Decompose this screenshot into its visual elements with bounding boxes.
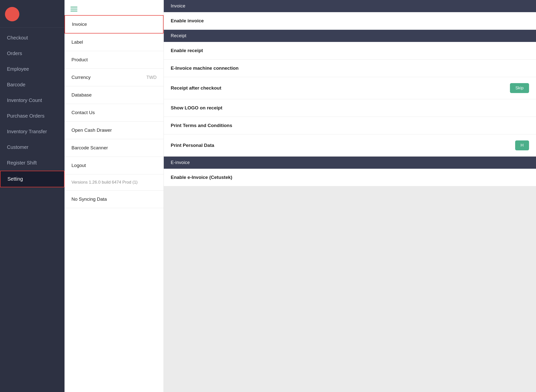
right-panel: InvoiceEnable invoiceReceiptEnable recei…: [164, 0, 536, 392]
setting-label-enable-receipt: Enable receipt: [171, 48, 203, 53]
sidebar-item-purchase-orders[interactable]: Purchase Orders: [0, 108, 65, 124]
menu-item-label: Invoice: [72, 22, 87, 27]
section-header-receipt-section: Receipt: [164, 30, 536, 42]
setting-label-enable-e-invoice: Enable e-Invoice (Cetustek): [171, 175, 232, 180]
toggle-btn-print-personal-data[interactable]: H: [515, 140, 529, 150]
avatar: [5, 7, 19, 21]
menu-item-label: Database: [71, 92, 92, 98]
setting-label-print-personal-data: Print Personal Data: [171, 143, 214, 148]
setting-row-enable-invoice[interactable]: Enable invoice: [164, 12, 536, 30]
menu-item-label: Barcode Scanner: [71, 145, 108, 151]
right-sections: InvoiceEnable invoiceReceiptEnable recei…: [164, 0, 536, 186]
sidebar-item-employee[interactable]: Employee: [0, 61, 65, 77]
setting-row-enable-receipt[interactable]: Enable receipt: [164, 42, 536, 60]
menu-item-database[interactable]: Database: [65, 86, 164, 104]
setting-label-receipt-after-checkout: Receipt after checkout: [171, 85, 221, 91]
menu-item-label: Logout: [71, 163, 86, 168]
menu-item-label[interactable]: Label: [65, 33, 164, 51]
setting-label-enable-invoice: Enable invoice: [171, 18, 204, 24]
toggle-btn-receipt-after-checkout[interactable]: Skip: [510, 83, 529, 93]
menu-item-logout[interactable]: Logout: [65, 157, 164, 174]
setting-row-print-terms[interactable]: Print Terms and Conditions: [164, 117, 536, 134]
menu-item-barcode-scanner[interactable]: Barcode Scanner: [65, 139, 164, 157]
sidebar-item-barcode[interactable]: Barcode: [0, 77, 65, 93]
section-header-e-invoice-section: E-invoice: [164, 157, 536, 169]
menu-item-label: Product: [71, 57, 88, 63]
setting-row-print-personal-data: Print Personal DataH: [164, 134, 536, 157]
menu-item-product[interactable]: Product: [65, 51, 164, 69]
middle-menu: InvoiceLabelProductCurrencyTWDDatabaseCo…: [65, 15, 164, 208]
menu-item-invoice[interactable]: Invoice: [65, 15, 164, 33]
setting-row-receipt-after-checkout: Receipt after checkoutSkip: [164, 77, 536, 99]
sidebar-nav: CheckoutOrdersEmployeeBarcodeInventory C…: [0, 28, 65, 392]
sidebar: CheckoutOrdersEmployeeBarcodeInventory C…: [0, 0, 65, 392]
middle-panel: InvoiceLabelProductCurrencyTWDDatabaseCo…: [65, 0, 164, 392]
menu-item-contact-us[interactable]: Contact Us: [65, 104, 164, 122]
version-info: Versions 1.26.0 build 6474 Prod (1): [65, 174, 164, 191]
menu-item-label: Currency: [71, 75, 91, 80]
menu-item-label: Contact Us: [71, 110, 95, 115]
setting-row-e-invoice-machine[interactable]: E-Invoice machine connection: [164, 60, 536, 77]
setting-label-show-logo: Show LOGO on receipt: [171, 105, 222, 111]
hamburger-line-3: [70, 11, 77, 11]
sidebar-item-register-shift[interactable]: Register Shift: [0, 155, 65, 171]
setting-label-e-invoice-machine: E-Invoice machine connection: [171, 65, 238, 71]
sidebar-item-inventory-transfer[interactable]: Inventory Transfer: [0, 124, 65, 139]
sidebar-header: [0, 0, 65, 28]
setting-row-show-logo[interactable]: Show LOGO on receipt: [164, 99, 536, 117]
gray-section: [164, 186, 536, 392]
section-header-invoice-section: Invoice: [164, 0, 536, 12]
sidebar-item-setting[interactable]: Setting: [0, 171, 65, 187]
hamburger-line-1: [70, 7, 77, 7]
menu-item-value: TWD: [146, 75, 157, 80]
menu-item-currency[interactable]: CurrencyTWD: [65, 69, 164, 86]
setting-label-print-terms: Print Terms and Conditions: [171, 123, 232, 128]
no-syncing-item: No Syncing Data: [65, 191, 164, 208]
menu-item-label: Label: [71, 39, 83, 45]
sidebar-item-orders[interactable]: Orders: [0, 46, 65, 61]
sidebar-item-customer[interactable]: Customer: [0, 139, 65, 155]
sidebar-item-checkout[interactable]: Checkout: [0, 30, 65, 46]
menu-item-open-cash-drawer[interactable]: Open Cash Drawer: [65, 122, 164, 139]
hamburger-menu[interactable]: [65, 0, 164, 15]
menu-item-label: Open Cash Drawer: [71, 128, 112, 133]
setting-row-enable-e-invoice[interactable]: Enable e-Invoice (Cetustek): [164, 169, 536, 186]
sidebar-item-inventory-count[interactable]: Inventory Count: [0, 93, 65, 108]
hamburger-line-2: [70, 9, 77, 9]
